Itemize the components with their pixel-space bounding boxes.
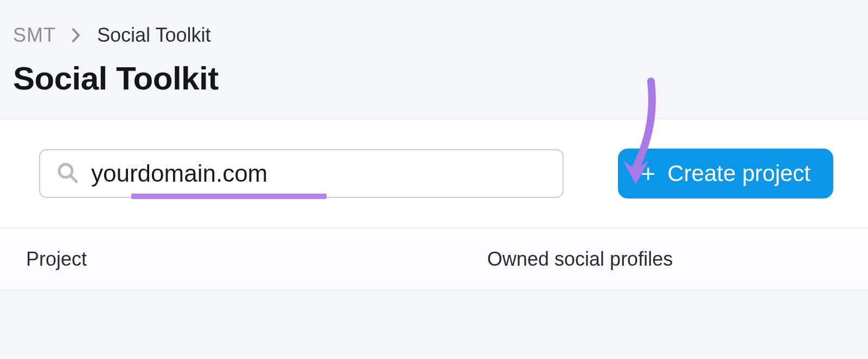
search-icon bbox=[56, 162, 78, 185]
chevron-right-icon bbox=[71, 27, 82, 43]
create-project-button[interactable]: + Create project bbox=[618, 149, 833, 198]
search-wrap bbox=[39, 149, 564, 198]
table-header-row: Project Owned social profiles bbox=[0, 228, 868, 290]
action-row: + Create project bbox=[0, 119, 868, 228]
main-panel: + Create project Project Owned social pr… bbox=[0, 119, 868, 291]
page-title: Social Toolkit bbox=[13, 60, 855, 97]
annotation-underline bbox=[131, 194, 327, 199]
search-input[interactable] bbox=[91, 160, 563, 187]
breadcrumb-root[interactable]: SMT bbox=[13, 24, 56, 47]
create-project-label: Create project bbox=[667, 161, 810, 187]
plus-icon: + bbox=[641, 161, 655, 186]
svg-line-1 bbox=[71, 176, 76, 182]
breadcrumb: SMT Social Toolkit bbox=[13, 24, 855, 47]
table-header-project: Project bbox=[26, 248, 487, 271]
header-area: SMT Social Toolkit Social Toolkit bbox=[0, 0, 868, 119]
table-header-profiles: Owned social profiles bbox=[487, 248, 842, 271]
breadcrumb-current: Social Toolkit bbox=[97, 24, 210, 47]
